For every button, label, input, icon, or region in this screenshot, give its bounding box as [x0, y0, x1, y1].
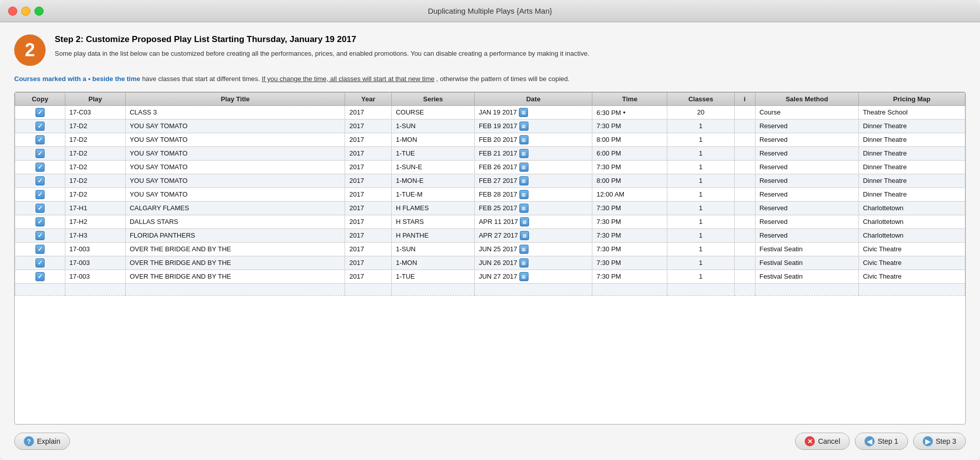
copy-checkbox[interactable]: ✓	[35, 217, 45, 226]
i-cell	[734, 146, 755, 160]
col-date: Date	[474, 92, 592, 105]
copy-checkbox[interactable]: ✓	[35, 135, 45, 144]
footer-right: ✕ Cancel ◀ Step 1 ▶ Step 3	[795, 433, 966, 450]
classes-cell: 1	[667, 242, 734, 256]
year-cell: 2017	[345, 215, 392, 228]
series-cell: COURSE	[392, 105, 475, 119]
cancel-icon: ✕	[805, 436, 815, 446]
calendar-icon[interactable]: ▦	[519, 204, 529, 213]
time-cell: 8:00 PM	[592, 174, 667, 187]
copy-checkbox[interactable]: ✓	[35, 176, 45, 185]
copy-checkbox[interactable]: ✓	[35, 149, 45, 158]
step1-label: Step 1	[878, 437, 898, 445]
calendar-icon[interactable]: ▦	[519, 258, 529, 267]
close-button[interactable]	[8, 7, 17, 16]
copy-cell: ✓	[15, 270, 65, 283]
play-cell: 17-003	[65, 256, 125, 270]
explain-label: Explain	[37, 437, 60, 445]
bullet-indicator: •	[621, 108, 626, 117]
title-cell: CALGARY FLAMES	[125, 201, 345, 215]
step1-button[interactable]: ◀ Step 1	[855, 433, 908, 450]
play-cell: 17-003	[65, 270, 125, 283]
copy-checkbox[interactable]: ✓	[35, 272, 45, 281]
plays-table-wrapper: Copy Play Play Title Year Series Date Ti…	[14, 92, 966, 425]
step3-label: Step 3	[936, 437, 956, 445]
step3-button[interactable]: ▶ Step 3	[913, 433, 966, 450]
calendar-icon[interactable]: ▦	[520, 231, 529, 240]
title-cell: FLORIDA PANTHERS	[125, 228, 345, 242]
calendar-icon[interactable]: ▦	[519, 272, 529, 281]
calendar-icon[interactable]: ▦	[520, 217, 529, 226]
time-cell: 7:30 PM	[592, 228, 667, 242]
empty-row	[15, 283, 965, 295]
year-cell: 2017	[345, 174, 392, 187]
calendar-icon[interactable]: ▦	[519, 190, 529, 199]
copy-checkbox[interactable]: ✓	[35, 190, 45, 199]
year-cell: 2017	[345, 105, 392, 119]
copy-checkbox[interactable]: ✓	[35, 122, 45, 131]
copy-checkbox[interactable]: ✓	[35, 258, 45, 267]
table-row: ✓17-003OVER THE BRIDGE AND BY THE20171-T…	[15, 270, 965, 283]
title-cell: CLASS 3	[125, 105, 345, 119]
date-cell: JUN 26 2017▦	[474, 256, 592, 270]
i-cell	[734, 215, 755, 228]
col-copy: Copy	[15, 92, 65, 105]
play-cell: 17-H3	[65, 228, 125, 242]
cancel-button[interactable]: ✕ Cancel	[795, 433, 850, 450]
date-text: JAN 19 2017	[479, 108, 517, 116]
time-cell: 7:30 PM	[592, 242, 667, 256]
play-cell: 17-H2	[65, 215, 125, 228]
series-cell: 1-SUN-E	[392, 160, 475, 174]
calendar-icon[interactable]: ▦	[519, 135, 529, 144]
classes-cell: 1	[667, 187, 734, 201]
i-cell	[734, 256, 755, 270]
calendar-icon[interactable]: ▦	[519, 149, 529, 158]
courses-link[interactable]: Courses marked with a • beside the time	[14, 75, 140, 83]
title-cell: YOU SAY TOMATO	[125, 187, 345, 201]
calendar-icon[interactable]: ▦	[519, 108, 528, 117]
series-cell: 1-SUN	[392, 119, 475, 133]
play-cell: 17-003	[65, 242, 125, 256]
i-cell	[734, 133, 755, 146]
series-cell: 1-SUN	[392, 242, 475, 256]
table-row: ✓17-D2YOU SAY TOMATO20171-TUE-MFEB 28 20…	[15, 187, 965, 201]
footer: ? Explain ✕ Cancel ◀ Step 1 ▶ Step 3	[14, 433, 966, 450]
cancel-label: Cancel	[818, 437, 840, 445]
copy-cell: ✓	[15, 119, 65, 133]
sales-cell: Course	[755, 105, 858, 119]
calendar-icon[interactable]: ▦	[519, 122, 529, 131]
copy-checkbox[interactable]: ✓	[35, 163, 45, 172]
series-cell: 1-MON-E	[392, 174, 475, 187]
date-cell: FEB 20 2017▦	[474, 133, 592, 146]
date-text: APR 11 2017	[479, 218, 518, 225]
pricing-cell: Charlottetown	[858, 201, 965, 215]
sales-cell: Festival Seatin	[755, 256, 858, 270]
calendar-icon[interactable]: ▦	[519, 245, 529, 254]
pricing-cell: Civic Theatre	[858, 242, 965, 256]
play-cell: 17-D2	[65, 146, 125, 160]
calendar-icon[interactable]: ▦	[519, 176, 529, 185]
calendar-icon[interactable]: ▦	[519, 163, 529, 172]
classes-cell: 1	[667, 133, 734, 146]
copy-cell: ✓	[15, 228, 65, 242]
copy-cell: ✓	[15, 105, 65, 119]
date-cell: JUN 25 2017▦	[474, 242, 592, 256]
table-row: ✓17-C03CLASS 32017COURSEJAN 19 2017▦6:30…	[15, 105, 965, 119]
copy-checkbox[interactable]: ✓	[35, 245, 45, 254]
title-cell: DALLAS STARS	[125, 215, 345, 228]
sub-text: Some play data in the list below can be …	[55, 49, 966, 59]
year-cell: 2017	[345, 256, 392, 270]
copy-checkbox[interactable]: ✓	[35, 204, 45, 213]
minimize-button[interactable]	[21, 7, 30, 16]
series-cell: 1-TUE	[392, 146, 475, 160]
copy-checkbox[interactable]: ✓	[35, 231, 45, 240]
explain-button[interactable]: ? Explain	[14, 433, 70, 450]
date-cell: FEB 19 2017▦	[474, 119, 592, 133]
maximize-button[interactable]	[34, 7, 44, 16]
copy-checkbox[interactable]: ✓	[35, 108, 45, 117]
col-year: Year	[345, 92, 392, 105]
table-row: ✓17-H3FLORIDA PANTHERS2017H PANTHEAPR 27…	[15, 228, 965, 242]
classes-cell: 1	[667, 146, 734, 160]
table-row: ✓17-003OVER THE BRIDGE AND BY THE20171-S…	[15, 242, 965, 256]
copy-cell: ✓	[15, 201, 65, 215]
